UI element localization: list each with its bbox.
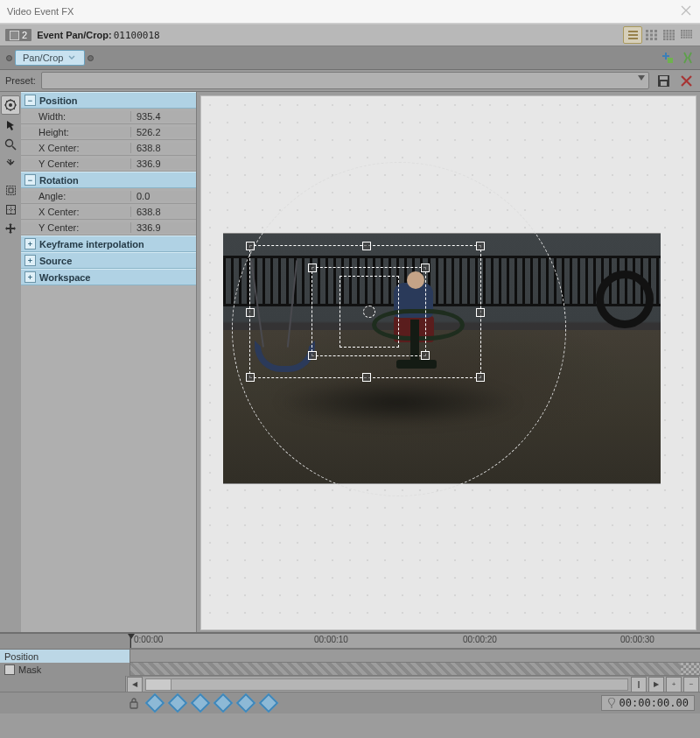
svg-rect-10	[666, 30, 668, 32]
svg-rect-6	[646, 38, 648, 40]
svg-rect-55	[130, 702, 137, 708]
prop-angle-label: Angle:	[21, 191, 131, 201]
svg-rect-28	[688, 30, 690, 32]
view-grid-small-icon[interactable]	[677, 27, 695, 43]
svg-rect-14	[666, 32, 668, 35]
timecode-display[interactable]: 00:00:00.00	[601, 695, 695, 711]
sync-cursor-icon[interactable]	[129, 697, 141, 709]
svg-rect-37	[685, 34, 687, 36]
zoom-in-icon[interactable]: +	[666, 677, 682, 692]
group-workspace-header[interactable]: +Workspace	[21, 269, 196, 285]
playhead[interactable]	[130, 634, 131, 648]
prop-rot-yc-value[interactable]: 336.9	[131, 222, 196, 233]
add-fx-icon[interactable]	[659, 49, 676, 67]
track-position-label[interactable]: Position	[0, 650, 130, 663]
svg-rect-30	[681, 32, 682, 34]
timeline-ruler[interactable]: 0:00:00 00:00:10 00:00:20 00:00:30	[130, 634, 700, 649]
prop-rot-xc-value[interactable]: 638.8	[131, 207, 196, 217]
svg-rect-9	[663, 30, 666, 32]
collapse-icon: −	[24, 95, 36, 106]
ruler-tick: 00:00:10	[314, 635, 348, 644]
prop-xcenter-value[interactable]: 638.8	[131, 143, 196, 153]
scroll-thumb[interactable]	[146, 679, 172, 690]
prev-keyframe-icon[interactable]	[168, 693, 188, 713]
chain-input-node	[6, 55, 12, 61]
svg-rect-47	[660, 76, 668, 80]
svg-rect-32	[685, 32, 687, 34]
fx-options-icon[interactable]	[679, 49, 696, 67]
zoom-out-icon[interactable]: −	[683, 677, 699, 692]
prop-width-value[interactable]: 935.4	[131, 111, 196, 122]
ruler-tick: 00:00:20	[463, 635, 497, 644]
svg-rect-18	[666, 35, 668, 38]
fx-chain-row: Pan/Crop	[0, 46, 700, 70]
prop-height-value[interactable]: 526.2	[131, 127, 196, 137]
scroll-right-icon[interactable]: ▶	[648, 677, 664, 692]
tool-select-icon[interactable]	[2, 116, 19, 134]
view-list-icon[interactable]	[623, 26, 642, 44]
svg-rect-23	[669, 39, 672, 40]
svg-rect-48	[661, 81, 667, 86]
svg-rect-24	[672, 39, 675, 40]
scroll-end-icon[interactable]: ‖	[631, 677, 647, 692]
view-grid-4-icon[interactable]	[660, 27, 677, 43]
timeline-corner	[0, 634, 130, 649]
first-keyframe-icon[interactable]	[145, 693, 165, 713]
timeline-h-scrollbar[interactable]: ◀ ‖ ▶ + −	[126, 676, 700, 692]
svg-rect-40	[681, 37, 682, 39]
delete-keyframe-icon[interactable]	[214, 693, 234, 713]
track-mask-lane[interactable]	[130, 663, 700, 676]
window-title: Video Event FX	[7, 6, 74, 17]
prop-xcenter-label: X Center:	[21, 143, 131, 153]
group-position-header[interactable]: −Position	[21, 92, 196, 109]
prop-angle-value[interactable]: 0.0	[131, 191, 196, 201]
event-id: 01100018	[114, 30, 160, 41]
expand-icon: +	[24, 271, 36, 283]
tool-snap-icon[interactable]	[2, 155, 19, 172]
track-position-lane[interactable]	[130, 650, 700, 663]
tool-lock-aspect-icon[interactable]	[2, 181, 19, 199]
group-rotation-header[interactable]: −Rotation	[21, 172, 196, 188]
svg-rect-25	[681, 30, 682, 32]
svg-rect-35	[681, 34, 682, 36]
event-header: 2 Event Pan/Crop: 01100018	[0, 24, 700, 46]
svg-point-51	[6, 140, 13, 147]
svg-rect-22	[666, 39, 668, 40]
add-keyframe-icon[interactable]	[191, 693, 211, 713]
fx-chain-tab-pancrop[interactable]: Pan/Crop	[15, 50, 85, 66]
tool-move-icon[interactable]	[2, 220, 19, 237]
window-titlebar: Video Event FX	[0, 0, 700, 24]
caret-down-icon	[638, 75, 645, 81]
scroll-left-icon[interactable]: ◀	[127, 677, 143, 692]
collapse-icon: −	[24, 174, 36, 186]
prop-ycenter-value[interactable]: 336.9	[131, 158, 196, 169]
group-keyframe-header[interactable]: +Keyframe interpolation	[21, 235, 196, 252]
tool-zoom-icon[interactable]	[2, 136, 19, 153]
delete-preset-icon[interactable]	[677, 72, 695, 89]
keyframe-timeline: 0:00:00 00:00:10 00:00:20 00:00:30 Posit…	[0, 632, 700, 713]
fx-chain-index[interactable]: 2	[5, 29, 32, 41]
next-keyframe-icon[interactable]	[236, 693, 256, 713]
ruler-tick: 00:00:30	[620, 635, 654, 644]
tool-properties-icon[interactable]	[1, 95, 20, 115]
mask-checkbox[interactable]	[4, 664, 15, 675]
group-source-header[interactable]: +Source	[21, 252, 196, 269]
svg-rect-16	[672, 32, 675, 35]
tool-size-about-center-icon[interactable]	[2, 200, 19, 218]
view-grid-3-icon[interactable]	[642, 27, 660, 43]
prop-rot-xc-label: X Center:	[21, 207, 131, 217]
track-mask-label[interactable]: Mask	[0, 663, 130, 676]
svg-rect-3	[646, 34, 648, 37]
save-preset-icon[interactable]	[654, 72, 672, 89]
close-icon[interactable]	[681, 5, 693, 18]
preview-canvas[interactable]	[197, 92, 700, 632]
svg-rect-20	[672, 35, 675, 38]
preset-select[interactable]	[41, 72, 649, 89]
svg-rect-12	[672, 30, 675, 32]
last-keyframe-icon[interactable]	[259, 693, 279, 713]
svg-rect-43	[688, 37, 690, 39]
svg-rect-7	[650, 38, 653, 40]
svg-rect-53	[9, 188, 13, 193]
svg-rect-13	[663, 32, 666, 35]
svg-rect-31	[682, 32, 684, 34]
